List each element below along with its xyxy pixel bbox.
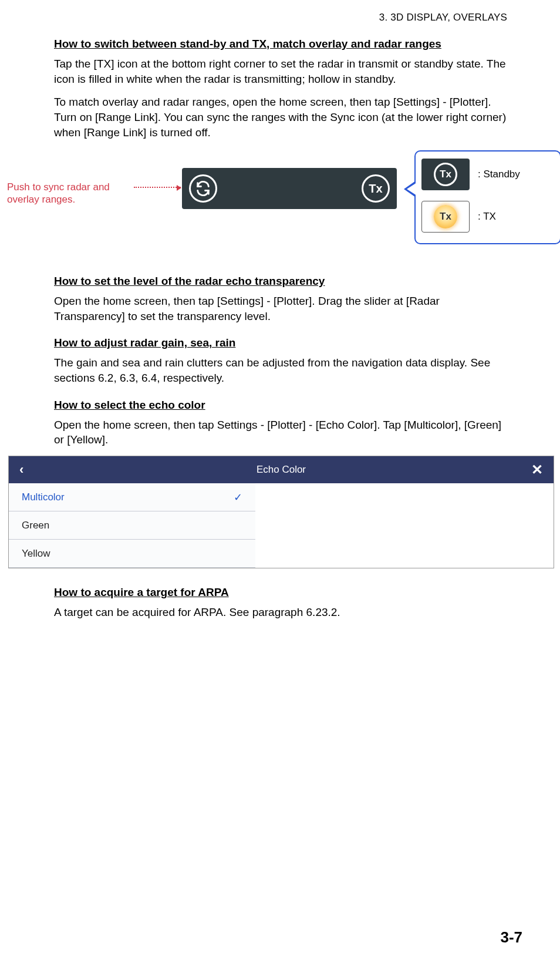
option-label: Green [22,520,49,531]
radar-bar-figure: Push to sync radar and overlay ranges. T… [54,156,507,250]
sync-annotation-label: Push to sync radar and overlay ranges. [7,181,130,206]
echo-color-option-green[interactable]: Green [9,511,255,540]
body-text: Open the home screen, then tap Settings … [54,417,507,447]
body-text: Open the home screen, then tap [Settings… [54,294,507,324]
tx-active-icon: Tx [434,205,457,228]
section-heading-arpa: How to acquire a target for ARPA [54,586,507,599]
option-label: Yellow [22,548,50,560]
section-heading-switch-tx: How to switch between stand-by and TX, m… [54,38,507,50]
chapter-header: 3. 3D DISPLAY, OVERLAYS [54,12,507,23]
section-heading-transparency: How to set the level of the radar echo t… [54,275,507,288]
body-text: A target can be acquired for ARPA. See p… [54,605,507,620]
tx-icon-label: Tx [440,211,451,223]
legend-label-tx: : TX [478,211,496,223]
body-text: The gain and sea and rain clutters can b… [54,355,507,385]
back-icon[interactable]: ‹ [19,462,23,477]
section-heading-gain: How to adjust radar gain, sea, rain [54,336,507,349]
legend-row-tx: Tx : TX [421,201,554,233]
legend-row-standby: Tx : Standby [421,159,554,190]
echo-color-options-list: Multicolor ✓ Green Yellow [9,483,255,568]
menu-header: ‹ Echo Color ✕ [9,456,554,483]
menu-detail-pane [255,483,554,568]
tx-state-legend: Tx : Standby Tx : TX [414,150,560,244]
radar-control-bar: Tx [182,168,397,209]
tx-icon-preview: Tx [421,201,470,233]
check-icon: ✓ [234,491,242,504]
sync-icon[interactable] [189,174,217,203]
body-text: Tap the [TX] icon at the bottom right co… [54,56,507,86]
tx-toggle-icon[interactable]: Tx [362,174,390,203]
echo-color-option-multicolor[interactable]: Multicolor ✓ [9,483,255,511]
page-number: 3-7 [500,928,522,947]
menu-title: Echo Color [257,464,306,476]
tx-icon-label: Tx [369,182,382,196]
option-label: Multicolor [22,491,65,503]
legend-label-standby: : Standby [478,169,520,180]
echo-color-option-yellow[interactable]: Yellow [9,540,255,568]
annotation-arrow [134,187,181,188]
tx-icon-label: Tx [440,169,451,180]
body-text: To match overlay and radar ranges, open … [54,95,507,140]
standby-icon-preview: Tx [421,159,470,190]
section-heading-echo-color: How to select the echo color [54,399,507,412]
tx-standby-icon: Tx [434,163,457,186]
close-icon[interactable]: ✕ [531,462,543,478]
echo-color-menu: ‹ Echo Color ✕ Multicolor ✓ Green Yellow [8,456,554,568]
